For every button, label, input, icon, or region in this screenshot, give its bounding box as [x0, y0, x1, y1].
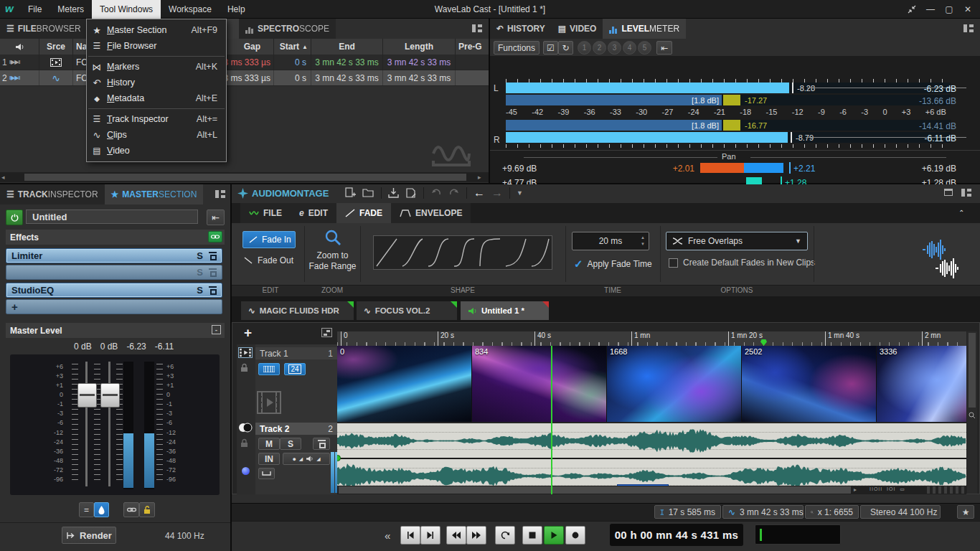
menu-item[interactable]: Video	[87, 143, 226, 159]
tab-spectroscope[interactable]: SPECTROSCOPE	[239, 19, 336, 39]
panel-options-icon[interactable]	[961, 189, 971, 197]
track2-mute-button[interactable]: M	[258, 438, 280, 450]
redo-icon[interactable]	[448, 188, 460, 198]
menu-item[interactable]: File Browser	[87, 38, 226, 54]
tab-edit[interactable]: e EDIT	[291, 203, 336, 223]
timeline-ruler[interactable]: 020 s40 s1 mn1 mn 20 s1 mn 40 s2 mn	[337, 331, 966, 346]
collapse-tracks-icon[interactable]	[321, 328, 332, 337]
track2-input-button[interactable]: IN	[258, 453, 280, 465]
video-thumbnail[interactable]: 0	[337, 346, 472, 422]
fader-handle-right[interactable]	[100, 383, 120, 408]
horizontal-scrollbar[interactable]: ▸ IIOII IOI ▭	[337, 486, 966, 494]
doc-tab-untitled1[interactable]: Untitled 1 *	[461, 301, 549, 320]
fader-handle-left[interactable]	[77, 383, 97, 408]
playhead[interactable]	[551, 346, 552, 494]
collapse-ribbon-icon[interactable]: ⌃	[958, 209, 964, 217]
tab-file[interactable]: FILE	[240, 203, 291, 223]
column-play[interactable]	[0, 39, 39, 55]
lock-icon[interactable]	[240, 363, 248, 372]
scrollbar-thumb[interactable]	[24, 174, 466, 181]
effect-slot-empty[interactable]: S	[6, 265, 222, 280]
effects-chain-button[interactable]	[208, 231, 222, 242]
open-folder-icon[interactable]	[362, 187, 374, 199]
reset-meter-icon[interactable]: ⇤	[656, 41, 672, 55]
zoom-to-fade-button[interactable]: Zoom toFade Range	[305, 227, 360, 272]
menu-item[interactable]: Metadata Alt+E	[87, 90, 226, 106]
menu-meters[interactable]: Meters	[50, 0, 92, 19]
panel-options-icon[interactable]	[472, 24, 482, 32]
unlock-button[interactable]	[139, 502, 155, 517]
menu-item[interactable]: Master Section Alt+F9	[87, 22, 226, 38]
preset-name-input[interactable]	[26, 209, 198, 224]
add-track-button[interactable]: +	[244, 325, 252, 341]
video-thumbnail[interactable]: 2502	[742, 346, 877, 422]
speaker-icon[interactable]	[306, 456, 314, 462]
tab-track-inspector[interactable]: ☰ TRACKINSPECTOR	[0, 184, 105, 204]
panel-options-icon[interactable]	[963, 24, 974, 32]
scroll-right-icon[interactable]: ▸	[854, 486, 857, 493]
lock-icon[interactable]	[240, 438, 248, 448]
fade-time-spinner[interactable]: 20 ms ▲▼	[572, 232, 649, 250]
new-montage-icon[interactable]	[344, 187, 356, 199]
save-icon[interactable]	[388, 187, 399, 199]
track2-solo-button[interactable]: S	[280, 438, 301, 450]
meter-settings-icon[interactable]: ☑	[543, 41, 558, 55]
nav-dropdown-icon[interactable]: ▼	[517, 189, 523, 197]
panel-options-icon[interactable]	[215, 190, 225, 198]
audio-droplet-button[interactable]	[94, 502, 109, 517]
preset-reset-button[interactable]: ⇤	[207, 209, 225, 225]
column-gap[interactable]: Gap	[222, 39, 274, 55]
maximize-button[interactable]: ▢	[940, 1, 958, 18]
minimize-button[interactable]: —	[921, 1, 940, 18]
bypass-icon[interactable]	[209, 252, 217, 260]
maximize-panel-icon[interactable]	[944, 189, 953, 196]
scrollbar-thumb[interactable]	[339, 486, 851, 494]
preset-button[interactable]: 2	[593, 41, 606, 55]
column-srce[interactable]: Srce	[39, 39, 73, 55]
scroll-left-icon[interactable]: ◂	[1, 174, 5, 181]
preset-button[interactable]: 3	[608, 41, 621, 55]
zoom-preset-icons[interactable]: IIOII IOI ▭	[870, 486, 905, 492]
preset-button[interactable]: 1	[578, 41, 591, 55]
goto-end-button[interactable]	[420, 526, 440, 545]
tab-levelmeter[interactable]: LEVELMETER	[603, 19, 686, 39]
track2-envelope-button[interactable]	[258, 468, 275, 479]
track2-monitor-buttons[interactable]: ● ◢ ◢	[283, 453, 330, 465]
fade-shape-selector[interactable]	[373, 235, 552, 270]
master-power-button[interactable]	[6, 209, 23, 225]
create-default-fades-checkbox[interactable]: Create Default Fades in New Clips	[669, 258, 815, 268]
track2-header[interactable]: Track 22	[255, 423, 337, 435]
rewind-button[interactable]	[446, 526, 466, 545]
stereo-track-icon[interactable]	[237, 423, 253, 433]
video-thumbnail[interactable]: 1668	[607, 346, 742, 422]
menu-item[interactable]: Markers Alt+K	[87, 59, 226, 75]
clip-row-2[interactable]: 2 ‖▶▶‖ ∿ FOCUS VOL.2 3 ms 333 µs 0 s 3 m…	[0, 70, 489, 86]
effect-slot-limiter[interactable]: Limiter S	[6, 248, 222, 263]
menu-tool-windows[interactable]: Tool Windows	[92, 0, 161, 19]
collapse-section-icon[interactable]: -	[212, 325, 221, 334]
column-start[interactable]: Start▲	[274, 39, 311, 55]
fade-out-button[interactable]: Fade Out	[244, 255, 293, 265]
video-thumbnail[interactable]: 834	[472, 346, 607, 422]
reset-peaks-icon[interactable]: ↻	[558, 41, 573, 55]
link-faders-button[interactable]	[123, 502, 139, 517]
doc-tab-focus-vol2[interactable]: ∿ FOCUS VOL.2	[357, 301, 457, 320]
menu-workspace[interactable]: Workspace	[161, 0, 220, 19]
close-button[interactable]: ✕	[958, 1, 977, 18]
preset-button[interactable]: 5	[638, 41, 651, 55]
record-button[interactable]	[565, 526, 585, 545]
vertical-scrollbar[interactable]	[967, 331, 977, 494]
render-button[interactable]: Render	[62, 527, 116, 544]
video-clip[interactable]: 0834166825023336	[337, 346, 966, 422]
video-thumbnail[interactable]: 3336	[877, 346, 966, 422]
preset-button[interactable]: 4	[623, 41, 636, 55]
input-led[interactable]	[242, 467, 250, 475]
record-icon[interactable]: ●	[292, 456, 296, 463]
audio-format-status[interactable]: Stereo 44 100 Hz	[860, 505, 941, 519]
clip-transport-icons[interactable]: ‖▶▶‖	[9, 75, 20, 81]
audio-clip[interactable]: FOCUS VOL.2	[337, 423, 966, 494]
column-end[interactable]: End	[311, 39, 383, 55]
tab-history[interactable]: ↶HISTORY	[490, 19, 552, 39]
zoom-ratio-status[interactable]: x 1: 6655	[805, 505, 859, 519]
doc-tab-magic-fluids[interactable]: ∿ MAGIC FLUIDS HDR	[241, 301, 354, 320]
